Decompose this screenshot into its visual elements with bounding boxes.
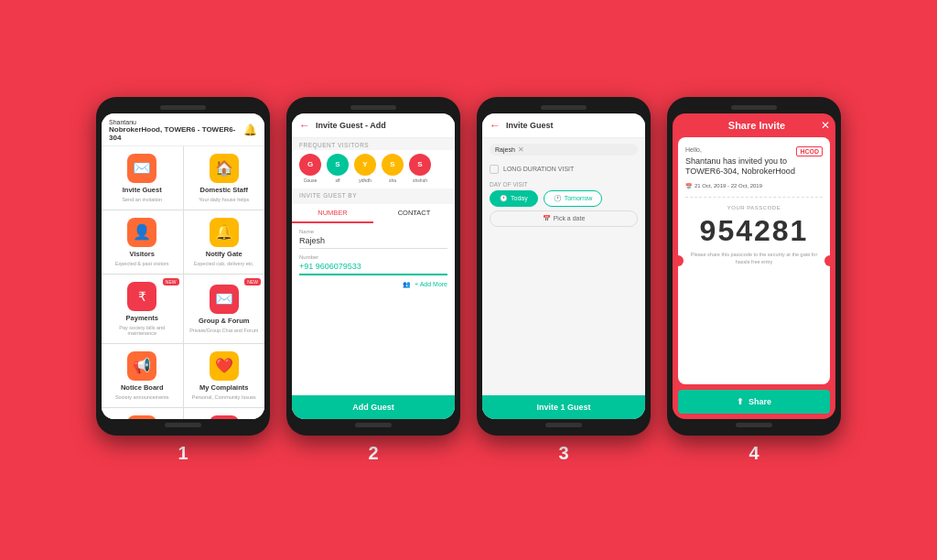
phone-number-2: 2 (368, 443, 378, 464)
avatar-circle-gouse: G (299, 154, 321, 176)
domestic-staff-sub: Your daily house helps (199, 197, 249, 202)
p1-header: Shantanu NobrokerHood, TOWER6 - TOWER6-3… (102, 113, 264, 146)
share-icon: ⬆ (737, 397, 744, 406)
avatar-sha[interactable]: S sha (382, 154, 404, 183)
add-guest-btn[interactable]: Add Guest (292, 395, 455, 419)
add-more-label: + Add More (415, 281, 447, 287)
home-bar-4 (736, 423, 772, 427)
nobroker-logo: HCOD (796, 146, 823, 156)
remove-tag-icon[interactable]: ✕ (518, 145, 524, 154)
frequent-visitors-label: FREQUENT VISITORS (292, 138, 455, 150)
visitors-icon: 👤 (127, 218, 156, 247)
pick-date-btn[interactable]: 📅 Pick a date (490, 210, 638, 227)
home-bar-3 (545, 423, 582, 427)
group-forum-cell[interactable]: NEW ✉️ Group & Forum Private/Group Chat … (184, 275, 265, 343)
avatar-sff[interactable]: S sff (327, 154, 349, 183)
number-value[interactable]: +91 9606079533 (299, 262, 447, 275)
phone-4-wrapper: Share Invite ✕ HCOD Hello, Shantanu has … (667, 97, 841, 464)
passcode-label: YOUR PASSCODE (685, 205, 823, 210)
notify-gate-cell[interactable]: 🔔 Notify Gate Expected cab, delivery etc… (184, 210, 265, 274)
phone-1: Shantanu NobrokerHood, TOWER6 - TOWER6-3… (96, 97, 270, 436)
notice-board-cell[interactable]: 📢 Notice Board Society announcements (102, 344, 183, 407)
visitors-cell[interactable]: 👤 Visitors Expected & past visitors (102, 210, 183, 274)
home-bar-1 (165, 423, 201, 427)
p1-header-info: Shantanu NobrokerHood, TOWER6 - TOWER6-3… (109, 119, 243, 142)
visitors-title: Visitors (130, 250, 155, 258)
payments-sub: Pay society bills and maintenance (105, 325, 179, 336)
tab-contact[interactable]: CONTACT (373, 204, 455, 223)
guest-tag: Rajesh ✕ (490, 144, 638, 156)
group-forum-icon: ✉️ (210, 285, 239, 314)
notice-board-icon: 📢 (127, 351, 156, 381)
domestic-staff-cell[interactable]: 🏠 Domestic Staff Your daily house helps (184, 146, 265, 210)
close-icon[interactable]: ✕ (821, 119, 830, 132)
invite-guest-sub: Send an invitation (122, 197, 162, 202)
notify-gate-icon: 🔔 (210, 218, 239, 247)
avatar-gouse[interactable]: G Gouse (299, 154, 321, 183)
my-complaints-cell[interactable]: ❤️ My Complaints Personal, Community Iss… (184, 344, 265, 407)
p4-header: Share Invite ✕ (678, 119, 830, 132)
tomorrow-btn[interactable]: 🕐 Tomorrow (544, 190, 603, 207)
p4-date-row: 📅 21 Oct, 2019 - 22 Oct, 2019 (685, 183, 823, 189)
p3-header: ← Invite Guest (482, 113, 645, 138)
p4-screen: Share Invite ✕ HCOD Hello, Shantanu has … (673, 113, 835, 419)
screen-3: ← Invite Guest Rajesh ✕ LONG DURATION VI… (482, 113, 645, 419)
guest-tag-name: Rajesh (495, 146, 515, 153)
tab-number[interactable]: NUMBER (292, 204, 373, 223)
notice-board-sub: Society announcements (115, 394, 169, 400)
screen-2: ← Invite Guest - Add FREQUENT VISITORS G… (292, 113, 455, 419)
invite-guest-cell[interactable]: ✉️ Invite Guest Send an invitation (102, 146, 183, 210)
payments-cell[interactable]: NEW ₹ Payments Pay society bills and mai… (102, 275, 183, 343)
name-value[interactable]: Rajesh (299, 236, 447, 249)
card-notch-left (673, 255, 684, 266)
visitors-sub: Expected & past visitors (115, 261, 169, 266)
today-btn[interactable]: 🕐 Today (490, 190, 538, 207)
invite-guest-btn[interactable]: Invite 1 Guest (482, 395, 645, 419)
payments-badge: NEW (163, 278, 179, 285)
add-more-btn[interactable]: 👥 + Add More (299, 281, 447, 288)
long-duration-checkbox[interactable] (490, 165, 499, 174)
phone-3-wrapper: ← Invite Guest Rajesh ✕ LONG DURATION VI… (477, 97, 651, 464)
sos-cell[interactable]: SOS (184, 408, 265, 419)
phone-2-wrapper: ← Invite Guest - Add FREQUENT VISITORS G… (286, 97, 460, 464)
avatar-circle-shshsh: S (409, 154, 431, 176)
notice-board-title: Notice Board (121, 383, 164, 392)
services-icon: 🔧 (127, 415, 156, 419)
p1-location: NobrokerHood, TOWER6 - TOWER6-304 (109, 125, 243, 142)
phone-3: ← Invite Guest Rajesh ✕ LONG DURATION VI… (477, 97, 651, 436)
p2-header: ← Invite Guest - Add (292, 113, 455, 138)
passcode-value: 954281 (685, 214, 823, 248)
avatar-ydhdh[interactable]: Y ydhdh (354, 154, 376, 183)
bell-icon[interactable]: 🔔 (243, 124, 257, 136)
phone-2: ← Invite Guest - Add FREQUENT VISITORS G… (286, 97, 460, 436)
phone-4: Share Invite ✕ HCOD Hello, Shantanu has … (667, 97, 841, 436)
phones-container: Shantanu NobrokerHood, TOWER6 - TOWER6-3… (78, 79, 859, 482)
speaker-3 (541, 105, 587, 110)
tomorrow-label: Tomorrow (565, 195, 593, 201)
invite-guest-icon: ✉️ (127, 154, 156, 183)
group-forum-title: Group & Forum (199, 317, 249, 325)
back-arrow-3[interactable]: ← (490, 119, 501, 132)
services-cell[interactable]: 🔧 (102, 408, 183, 419)
p4-invite-text: Shantanu has invited you to TOWER6-304, … (685, 156, 823, 178)
pick-date-icon: 📅 (543, 215, 551, 222)
day-of-visit-label: DAY OF VISIT (482, 178, 645, 190)
back-arrow-2[interactable]: ← (299, 119, 310, 132)
share-btn[interactable]: ⬆ Share (678, 390, 830, 414)
add-more-icon: 👥 (403, 281, 411, 288)
avatar-shshsh[interactable]: S shshsh (409, 154, 431, 183)
p4-date: 21 Oct, 2019 - 22 Oct, 2019 (695, 183, 762, 188)
name-label: Name (299, 229, 447, 234)
avatar-circle-sha: S (382, 154, 404, 176)
home-bar-2 (355, 423, 392, 427)
p2-tabs: NUMBER CONTACT (292, 204, 455, 223)
invite-guest-title: Invite Guest (123, 186, 162, 194)
screen-content-1: Shantanu NobrokerHood, TOWER6 - TOWER6-3… (102, 113, 264, 419)
group-forum-badge: NEW (244, 278, 261, 285)
screen-1: Shantanu NobrokerHood, TOWER6 - TOWER6-3… (102, 113, 264, 419)
p4-title: Share Invite (693, 120, 821, 131)
phone-number-3: 3 (558, 443, 568, 464)
today-icon: 🕐 (500, 195, 508, 202)
phone-1-wrapper: Shantanu NobrokerHood, TOWER6 - TOWER6-3… (96, 97, 270, 464)
domestic-staff-title: Domestic Staff (199, 186, 248, 194)
